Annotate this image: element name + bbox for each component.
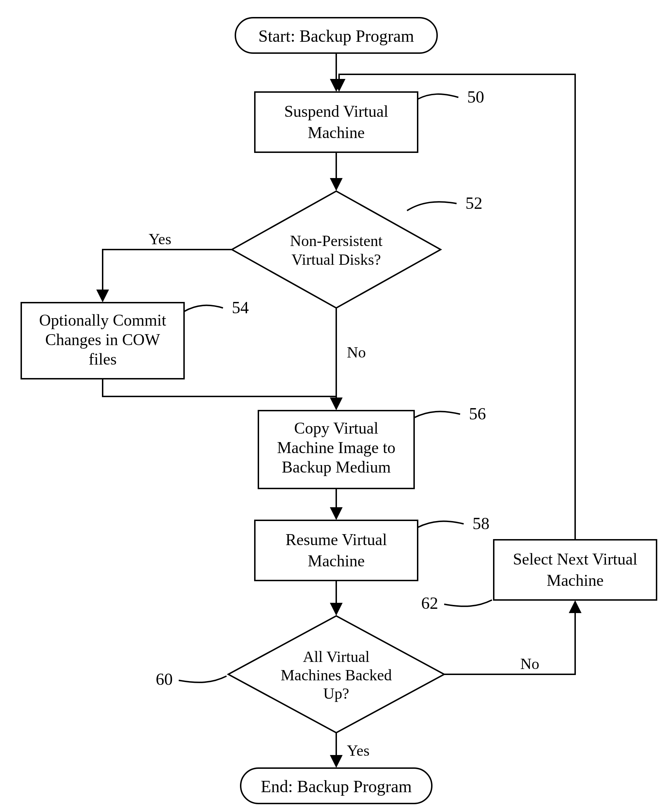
node-56-line3: Backup Medium	[282, 458, 391, 476]
edge-52-56-label: No	[347, 344, 366, 361]
node-58-line2: Machine	[308, 552, 365, 570]
node-60-line3: Up?	[323, 685, 349, 702]
node-60-ref: 60	[156, 670, 173, 689]
node-62: Select Next Virtual Machine 62	[421, 540, 656, 612]
node-62-ref: 62	[421, 594, 438, 612]
node-56: Copy Virtual Machine Image to Backup Med…	[258, 404, 486, 489]
node-start: Start: Backup Program	[235, 18, 437, 53]
svg-rect-5	[255, 520, 418, 580]
svg-rect-7	[494, 540, 656, 600]
node-50-line1: Suspend Virtual	[284, 102, 388, 120]
node-50-line2: Machine	[308, 123, 365, 142]
svg-rect-1	[255, 92, 418, 152]
node-50-ref: 50	[467, 88, 484, 106]
edge-60-62	[444, 601, 575, 674]
node-54: Optionally Commit Changes in COW files 5…	[21, 298, 249, 379]
node-56-ref: 56	[469, 404, 486, 423]
node-56-line2: Machine Image to	[277, 438, 396, 457]
node-56-line1: Copy Virtual	[294, 419, 378, 437]
edge-52-54	[103, 250, 232, 301]
edge-52-54-label: Yes	[149, 230, 171, 248]
node-54-line1: Optionally Commit	[39, 311, 166, 329]
end-label: End: Backup Program	[261, 777, 412, 796]
node-58-ref: 58	[472, 514, 489, 533]
node-52: Non-Persistent Virtual Disks? 52	[232, 191, 482, 308]
node-58-line1: Resume Virtual	[286, 531, 387, 549]
node-62-line1: Select Next Virtual	[513, 550, 638, 568]
node-52-ref: 52	[465, 194, 482, 212]
node-52-line2: Virtual Disks?	[292, 251, 381, 268]
node-58: Resume Virtual Machine 58	[255, 514, 489, 580]
edge-60-62-label: No	[520, 655, 540, 673]
edge-60-end-label: Yes	[347, 742, 369, 759]
edge-54-56	[103, 379, 336, 396]
node-end: End: Backup Program	[241, 768, 432, 804]
node-60-line1: All Virtual	[303, 648, 369, 665]
node-54-line2: Changes in COW	[45, 331, 160, 348]
node-60: All Virtual Machines Backed Up? 60	[156, 616, 444, 733]
node-60-line2: Machines Backed	[281, 667, 392, 684]
node-52-line1: Non-Persistent	[290, 232, 382, 250]
node-54-ref: 54	[232, 298, 249, 317]
node-62-line2: Machine	[547, 571, 604, 589]
start-label: Start: Backup Program	[258, 27, 414, 45]
node-50: Suspend Virtual Machine 50	[255, 88, 484, 152]
flowchart: Start: Backup Program Suspend Virtual Ma…	[0, 0, 670, 812]
node-54-line3: files	[88, 350, 117, 368]
